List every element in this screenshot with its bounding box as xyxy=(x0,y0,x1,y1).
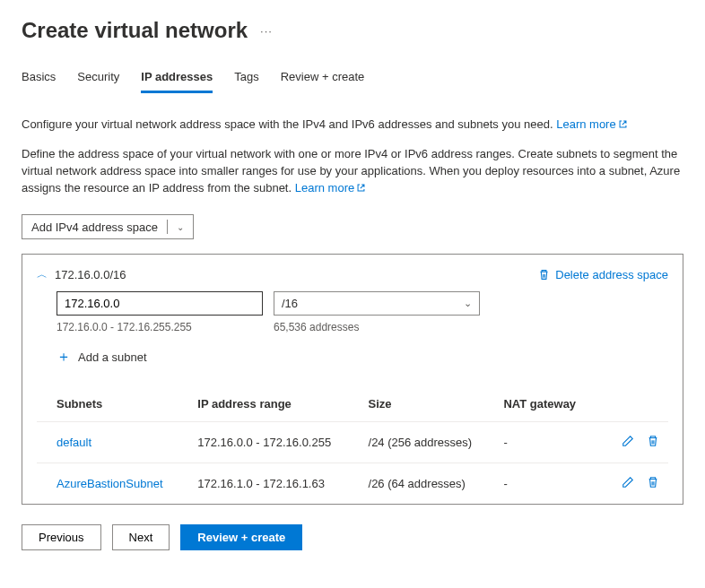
subnet-nat: - xyxy=(498,422,596,463)
review-create-button[interactable]: Review + create xyxy=(180,524,302,550)
delete-button[interactable] xyxy=(647,435,659,450)
tab-security[interactable]: Security xyxy=(77,70,119,93)
learn-more-link-1[interactable]: Learn more xyxy=(556,117,627,131)
tab-review-create[interactable]: Review + create xyxy=(281,70,365,93)
add-subnet-button[interactable]: ＋ Add a subnet xyxy=(57,348,668,367)
intro-text-1: Configure your virtual network address s… xyxy=(22,117,683,134)
trash-icon xyxy=(538,269,550,281)
subnet-size: /26 (64 addresses) xyxy=(363,463,499,505)
tab-basics[interactable]: Basics xyxy=(22,70,56,93)
subnet-table: Subnets IP address range Size NAT gatewa… xyxy=(37,388,668,504)
address-space-panel: ︿ 172.16.0.0/16 Delete address space /16… xyxy=(22,254,683,505)
previous-button[interactable]: Previous xyxy=(22,524,101,550)
external-link-icon xyxy=(618,119,628,129)
pencil-icon xyxy=(622,435,634,447)
add-address-space-label: Add IPv4 address space xyxy=(31,220,158,234)
wizard-footer: Previous Next Review + create xyxy=(22,524,683,550)
col-size: Size xyxy=(363,388,499,422)
intro-text-1-body: Configure your virtual network address s… xyxy=(22,117,556,131)
add-address-space-button[interactable]: Add IPv4 address space ⌄ xyxy=(22,214,194,239)
pencil-icon xyxy=(622,476,634,489)
tab-bar: Basics Security IP addresses Tags Review… xyxy=(22,70,683,93)
col-nat: NAT gateway xyxy=(498,388,596,422)
chevron-up-icon[interactable]: ︿ xyxy=(37,267,48,282)
subnet-range: 172.16.0.0 - 172.16.0.255 xyxy=(192,422,362,463)
address-space-title: 172.16.0.0/16 xyxy=(55,268,126,281)
next-button[interactable]: Next xyxy=(112,524,170,550)
tab-ip-addresses[interactable]: IP addresses xyxy=(141,70,213,93)
delete-button[interactable] xyxy=(647,476,659,491)
trash-icon xyxy=(647,476,659,489)
col-ip-range: IP address range xyxy=(192,388,362,422)
learn-more-link-2[interactable]: Learn more xyxy=(295,181,366,195)
add-subnet-label: Add a subnet xyxy=(78,350,147,364)
edit-button[interactable] xyxy=(622,435,634,450)
address-count-text: 65,536 addresses xyxy=(274,321,359,333)
cidr-select-value: /16 xyxy=(282,297,298,310)
delete-address-space-button[interactable]: Delete address space xyxy=(538,268,668,281)
plus-icon: ＋ xyxy=(57,348,71,367)
table-row: default 172.16.0.0 - 172.16.0.255 /24 (2… xyxy=(37,422,668,463)
cidr-select[interactable]: /16 ⌄ xyxy=(274,291,480,316)
chevron-down-icon: ⌄ xyxy=(464,298,472,309)
subnet-name-link[interactable]: default xyxy=(57,436,91,449)
table-row: AzureBastionSubnet 172.16.1.0 - 172.16.1… xyxy=(37,463,668,505)
intro-text-2: Define the address space of your virtual… xyxy=(22,146,683,197)
col-subnets: Subnets xyxy=(37,388,192,422)
external-link-icon xyxy=(356,183,366,193)
edit-button[interactable] xyxy=(622,476,634,491)
delete-address-space-label: Delete address space xyxy=(555,268,668,281)
separator xyxy=(167,220,168,234)
ip-range-text: 172.16.0.0 - 172.16.255.255 xyxy=(57,321,274,333)
chevron-down-icon[interactable]: ⌄ xyxy=(177,222,184,232)
subnet-size: /24 (256 addresses) xyxy=(363,422,499,463)
subnet-name-link[interactable]: AzureBastionSubnet xyxy=(57,477,163,490)
tab-tags[interactable]: Tags xyxy=(234,70,258,93)
more-icon[interactable]: ··· xyxy=(260,24,273,38)
trash-icon xyxy=(647,435,659,447)
subnet-range: 172.16.1.0 - 172.16.1.63 xyxy=(192,463,362,505)
page-title: Create virtual network xyxy=(22,18,248,43)
subnet-nat: - xyxy=(498,463,596,505)
ip-address-input[interactable] xyxy=(57,291,263,316)
